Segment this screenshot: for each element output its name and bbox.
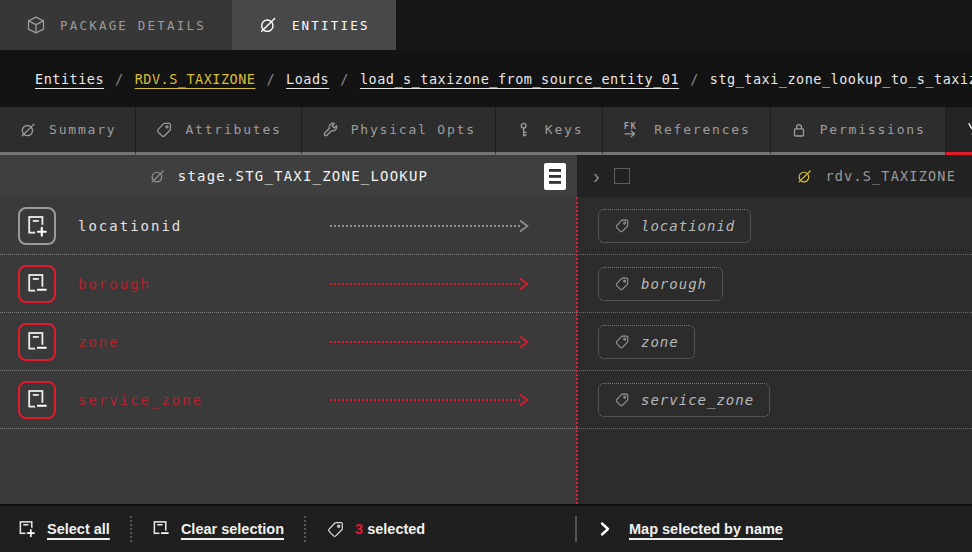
selected-label: selected [367,521,425,537]
mapping-arrow [330,393,530,407]
arrow-head-icon [518,219,530,233]
clear-selection-icon [152,520,171,539]
tab-label: Keys [545,122,584,137]
top-tab-bar: PACKAGE DETAILS ENTITIES [0,0,972,50]
breadcrumb: Entities / RDV.S_TAXIZONE / Loads / load… [0,50,972,107]
source-column-row: zone [0,313,577,371]
tab-label: PACKAGE DETAILS [60,18,206,33]
entity-tab-bar: Summary Attributes Physical Opts [0,107,972,155]
arrow-head-icon [518,277,530,291]
map-selected-by-name-button[interactable]: Map selected by name [629,521,783,537]
arrow-head-icon [518,335,530,349]
target-checkbox[interactable] [614,168,630,184]
tab-package-details[interactable]: PACKAGE DETAILS [0,0,232,50]
tag-icon [155,121,173,139]
svg-text:FK: FK [624,120,638,130]
tag-icon [614,334,630,350]
arrow-head-icon [518,393,530,407]
source-panel-header: stage.STG_TAXI_ZONE_LOOKUP [0,155,577,197]
target-panel-header: › rdv.S_TAXIZONE [577,155,972,197]
tab-keys[interactable]: Keys [495,107,603,155]
source-column-row: locationid [0,197,577,255]
select-all-icon [18,520,37,539]
breadcrumb-entities[interactable]: Entities [35,71,104,87]
tab-entities[interactable]: ENTITIES [232,0,396,50]
breadcrumb-separator: / [340,71,349,87]
tag-icon [614,392,630,408]
clear-selection-label: Clear selection [181,521,284,537]
tab-label: Attributes [185,122,281,137]
entity-icon [149,168,166,185]
tab-label: ENTITIES [292,18,370,33]
select-all-button[interactable]: Select all [18,520,110,539]
tab-label: References [654,122,750,137]
tag-icon [614,218,630,234]
mapping-arrow [330,277,530,291]
source-column-row: borough [0,255,577,313]
clear-selection-button[interactable]: Clear selection [152,520,284,539]
footer-separator [130,516,132,542]
mapping-arrow [330,219,530,233]
source-column-name[interactable]: service_zone [78,392,203,408]
tab-physical-opts[interactable]: Physical Opts [301,107,495,155]
tab-loads[interactable]: Loads [945,107,972,155]
selection-count: 3 selected [326,520,425,539]
target-column-row: locationid [577,197,972,255]
source-column-name[interactable]: locationid [78,218,182,234]
target-column-name: service_zone [641,392,754,408]
target-column-chip[interactable]: borough [598,267,723,301]
wrench-icon [321,121,339,139]
remove-mapping-button[interactable] [18,265,56,303]
merge-icon [965,120,972,140]
target-column-chip[interactable]: zone [598,325,695,359]
tab-references[interactable]: FK References [602,107,769,155]
target-column-chip[interactable]: locationid [598,209,751,243]
source-column-row: service_zone [0,371,577,429]
footer-right-group: Map selected by name [575,506,783,552]
tab-permissions[interactable]: Permissions [770,107,945,155]
entity-icon [19,121,37,139]
target-column-name: borough [641,276,707,292]
tab-summary[interactable]: Summary [0,107,135,155]
target-column-row: zone [577,313,972,371]
source-panel-empty-area [0,429,577,504]
breadcrumb-separator: / [690,71,699,87]
mapping-board: stage.STG_TAXI_ZONE_LOOKUP [0,155,972,504]
breadcrumb-separator: / [266,71,275,87]
source-column-name[interactable]: borough [78,276,151,292]
footer-separator [575,516,577,542]
remove-mapping-button[interactable] [18,381,56,419]
key-icon [515,121,533,139]
breadcrumb-current: stg_taxi_zone_lookup_to_s_taxizone [710,71,972,87]
fk-icon: FK [622,120,642,140]
breadcrumb-loads[interactable]: Loads [286,71,329,87]
select-all-label: Select all [47,521,110,537]
footer-separator [304,516,306,542]
tab-label: Summary [49,122,116,137]
mapping-arrow [330,335,530,349]
selected-count: 3 [355,521,363,537]
breadcrumb-entity-name[interactable]: RDV.S_TAXIZONE [135,71,256,87]
tab-label: Physical Opts [351,122,476,137]
breadcrumb-separator: / [115,71,124,87]
target-column-row: service_zone [577,371,972,429]
expand-chevron-icon[interactable]: › [593,166,600,186]
source-table-title: stage.STG_TAXI_ZONE_LOOKUP [178,168,428,184]
remove-mapping-button[interactable] [18,323,56,361]
target-column-chip[interactable]: service_zone [598,383,770,417]
add-mapping-button[interactable] [18,207,56,245]
source-panel: stage.STG_TAXI_ZONE_LOOKUP [0,155,577,504]
list-view-button[interactable] [543,163,567,190]
target-panel-empty-area [577,429,972,504]
entity-icon [796,168,813,185]
app-window: PACKAGE DETAILS ENTITIES Entities / RDV.… [0,0,972,552]
target-table-title: rdv.S_TAXIZONE [825,168,956,184]
package-icon [26,15,46,35]
footer-bar: Select all Clear selection [0,504,972,552]
target-panel: › rdv.S_TAXIZONE [577,155,972,504]
target-column-name: zone [641,334,679,350]
breadcrumb-load-name[interactable]: load_s_taxizone_from_source_entity_01 [360,71,679,87]
source-column-name[interactable]: zone [78,334,120,350]
tab-attributes[interactable]: Attributes [135,107,300,155]
panel-divider [576,197,578,504]
